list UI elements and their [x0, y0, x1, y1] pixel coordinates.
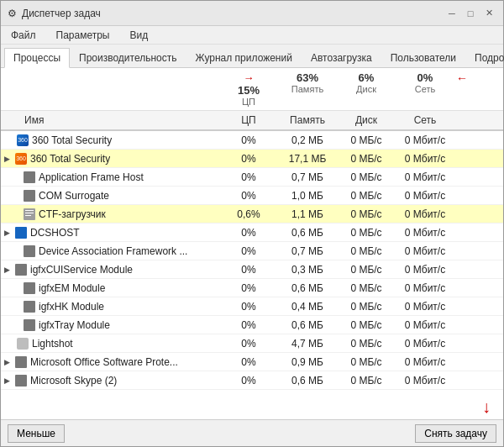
process-network: 0 Мбит/с — [396, 208, 454, 220]
menu-view[interactable]: Вид — [126, 28, 151, 43]
table-row[interactable]: Application Frame Host 0% 0,7 МБ 0 МБ/с … — [1, 168, 503, 187]
menu-file[interactable]: Файл — [8, 28, 39, 43]
process-disk: 0 МБ/с — [337, 319, 396, 331]
process-disk: 0 МБ/с — [337, 282, 396, 294]
table-row[interactable]: igfxHK Module 0% 0,4 МБ 0 МБ/с 0 Мбит/с — [1, 297, 503, 316]
tab-processes[interactable]: Процессы — [4, 48, 70, 68]
table-header: Имя ЦП Память Диск Сеть — [1, 111, 503, 131]
process-name-text: Microsoft Skype (2) — [30, 375, 117, 387]
process-cpu: 0% — [219, 171, 278, 183]
end-task-button[interactable]: Снять задачу — [415, 424, 496, 443]
tab-users[interactable]: Пользователи — [381, 48, 465, 67]
process-network: 0 Мбит/с — [396, 227, 454, 239]
col-header-cpu[interactable]: ЦП — [219, 114, 278, 126]
process-name: COM Surrogate — [1, 190, 219, 202]
process-memory: 0,7 МБ — [278, 245, 337, 257]
process-network: 0 Мбит/с — [396, 134, 454, 146]
process-name: 360 360 Total Security — [1, 134, 219, 146]
process-disk: 0 МБ/с — [337, 301, 396, 313]
tab-details[interactable]: Подробности — [465, 48, 504, 67]
tab-app-history[interactable]: Журнал приложений — [186, 48, 302, 67]
stat-memory: 63% Память — [278, 71, 337, 107]
minimize-button[interactable]: ─ — [444, 6, 459, 21]
window-icon: ⚙ — [8, 8, 17, 19]
process-memory: 17,1 МБ — [278, 153, 337, 165]
process-name-text: DCSHOST — [30, 227, 80, 239]
process-memory: 0,9 МБ — [278, 356, 337, 368]
process-network: 0 Мбит/с — [396, 264, 454, 276]
memory-label: Память — [278, 84, 337, 94]
process-name: Device Association Framework ... — [1, 245, 219, 257]
table-row[interactable]: ▶ Microsoft Office Software Prote... 0% … — [1, 353, 503, 371]
process-name: CTF-загрузчик — [1, 208, 219, 220]
process-name-text: Application Frame Host — [39, 171, 144, 183]
table-row[interactable]: igfxTray Module 0% 0,6 МБ 0 МБ/с 0 Мбит/… — [1, 316, 503, 334]
maximize-button[interactable]: □ — [463, 6, 478, 21]
network-label: Сеть — [396, 84, 454, 94]
stats-header: → 15% ЦП 63% Память 6% Диск 0% Сеть ← — [1, 68, 503, 111]
close-button[interactable]: ✕ — [481, 6, 496, 21]
process-memory: 0,7 МБ — [278, 171, 337, 183]
arrow-down-indicator: ↓ — [482, 397, 491, 417]
process-disk: 0 МБ/с — [337, 227, 396, 239]
table-row[interactable]: CTF-загрузчик 0,6% 1,1 МБ 0 МБ/с 0 Мбит/… — [1, 205, 503, 224]
process-name: ▶ igfxCUIService Module — [1, 264, 219, 276]
process-network: 0 Мбит/с — [396, 356, 454, 368]
process-memory: 0,6 МБ — [278, 227, 337, 239]
table-row[interactable]: Lightshot 0% 4,7 МБ 0 МБ/с 0 Мбит/с — [1, 334, 503, 353]
content-area: → 15% ЦП 63% Память 6% Диск 0% Сеть ← Им… — [1, 68, 503, 419]
col-header-disk[interactable]: Диск — [337, 114, 396, 126]
process-name: Lightshot — [1, 338, 219, 350]
process-memory: 0,6 МБ — [278, 282, 337, 294]
col-header-name[interactable]: Имя — [1, 114, 219, 126]
process-name-text: 360 Total Security — [30, 153, 110, 165]
title-bar: ⚙ Диспетчер задач ─ □ ✕ — [1, 1, 503, 26]
table-row[interactable]: ▶ 360 360 Total Security 0% 17,1 МБ 0 МБ… — [1, 150, 503, 168]
tab-startup[interactable]: Автозагрузка — [302, 48, 381, 67]
fewer-details-button[interactable]: Меньше — [8, 424, 65, 443]
table-row[interactable]: igfxEM Module 0% 0,6 МБ 0 МБ/с 0 Мбит/с — [1, 279, 503, 297]
process-cpu: 0% — [219, 134, 278, 146]
process-disk: 0 МБ/с — [337, 171, 396, 183]
menu-bar: Файл Параметры Вид — [1, 26, 503, 45]
process-network: 0 Мбит/с — [396, 338, 454, 350]
process-name: igfxTray Module — [1, 319, 219, 331]
col-header-memory[interactable]: Память — [278, 114, 337, 126]
table-row[interactable]: ▶ DCSHOST 0% 0,6 МБ 0 МБ/с 0 Мбит/с — [1, 224, 503, 242]
process-cpu: 0% — [219, 264, 278, 276]
table-row[interactable]: COM Surrogate 0% 1,0 МБ 0 МБ/с 0 Мбит/с — [1, 187, 503, 205]
table-row[interactable]: ▶ igfxCUIService Module 0% 0,3 МБ 0 МБ/с… — [1, 260, 503, 279]
process-memory: 1,0 МБ — [278, 190, 337, 202]
process-disk: 0 МБ/с — [337, 208, 396, 220]
window-title: Диспетчер задач — [22, 8, 101, 19]
process-disk: 0 МБ/с — [337, 190, 396, 202]
process-network: 0 Мбит/с — [396, 171, 454, 183]
process-name: igfxEM Module — [1, 282, 219, 294]
process-cpu: 0% — [219, 375, 278, 387]
tab-performance[interactable]: Производительность — [70, 48, 186, 67]
process-name: ▶ Microsoft Skype (2) — [1, 375, 219, 387]
process-disk: 0 МБ/с — [337, 245, 396, 257]
process-name-text: Lightshot — [32, 338, 73, 350]
col-header-network[interactable]: Сеть — [396, 114, 454, 126]
stat-cpu: → 15% ЦП — [219, 71, 278, 107]
process-name-text: CTF-загрузчик — [39, 208, 106, 220]
table-row[interactable]: Device Association Framework ... 0% 0,7 … — [1, 242, 503, 260]
process-name: igfxHK Module — [1, 301, 219, 313]
stat-disk: 6% Диск — [337, 71, 396, 107]
task-manager-window: ⚙ Диспетчер задач ─ □ ✕ Файл Параметры В… — [0, 0, 504, 447]
table-row[interactable]: 360 360 Total Security 0% 0,2 МБ 0 МБ/с … — [1, 131, 503, 150]
process-disk: 0 МБ/с — [337, 375, 396, 387]
process-table-body[interactable]: 360 360 Total Security 0% 0,2 МБ 0 МБ/с … — [1, 131, 503, 419]
process-cpu: 0% — [219, 319, 278, 331]
menu-params[interactable]: Параметры — [53, 28, 113, 43]
title-bar-left: ⚙ Диспетчер задач — [8, 8, 101, 19]
process-name-text: igfxEM Module — [39, 282, 105, 294]
table-row[interactable]: ▶ Microsoft Skype (2) 0% 0,6 МБ 0 МБ/с 0… — [1, 371, 503, 390]
process-network: 0 Мбит/с — [396, 282, 454, 294]
title-bar-controls: ─ □ ✕ — [444, 6, 496, 21]
process-network: 0 Мбит/с — [396, 245, 454, 257]
memory-pct: 63% — [278, 71, 337, 84]
process-disk: 0 МБ/с — [337, 153, 396, 165]
process-name-text: igfxTray Module — [39, 319, 110, 331]
